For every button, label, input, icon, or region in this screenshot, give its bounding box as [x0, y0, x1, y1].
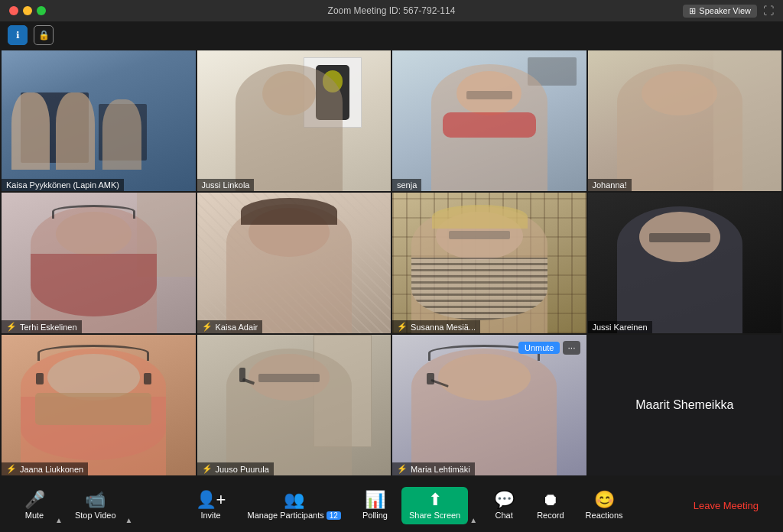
participant-label: ⚡ Susanna Mesiä...	[392, 320, 480, 333]
participant-name: Maria Lehtimäki	[411, 465, 470, 474]
invite-button[interactable]: 👤+ Invite	[188, 487, 234, 524]
participant-name: Jussi Linkola	[202, 180, 250, 190]
participant-cell: Unmute ··· ⚡ Maria Lehtimäki	[392, 335, 586, 475]
share-screen-icon: ⬆	[428, 491, 442, 508]
record-icon: ⏺	[542, 491, 559, 508]
muted-icon: ⚡	[397, 464, 408, 474]
polling-button[interactable]: 📊 Polling	[355, 487, 395, 524]
grid-icon: ⊞	[689, 6, 696, 16]
title-bar: Zoom Meeting ID: 567-792-114 ⊞ Speaker V…	[0, 0, 783, 21]
manage-participants-button[interactable]: 👥 Manage Participants 12	[239, 487, 348, 524]
participant-label: Jussi Linkola	[197, 179, 255, 191]
participant-cell: Kaisa Pyykkönen (Lapin AMK)	[2, 50, 196, 191]
reactions-button[interactable]: 😊 Reactions	[578, 487, 631, 524]
participant-cell: ⚡ Jaana Liukkonen	[2, 335, 196, 475]
toolbar-left-group: 🎤 Mute ▲ 📹 Stop Video ▲	[15, 487, 134, 524]
participant-name: senja	[397, 180, 417, 190]
participant-label: Jussi Kareinen	[588, 321, 652, 333]
participant-label: ⚡ Jaana Liukkonen	[2, 462, 88, 475]
participant-cell: ⚡ Susanna Mesiä...	[392, 193, 586, 333]
more-options-button[interactable]: ···	[563, 341, 580, 355]
participant-label: ⚡ Juuso Puurula	[197, 462, 274, 475]
minimize-button[interactable]	[23, 6, 32, 15]
invite-icon: 👤+	[196, 491, 226, 508]
participant-name-display: Maarit Shemeikka	[635, 398, 733, 412]
info-icon: ℹ	[16, 30, 20, 41]
toolbar-center-group: 👤+ Invite 👥 Manage Participants 12 📊 Pol…	[188, 487, 631, 524]
maximize-button[interactable]	[37, 6, 46, 15]
share-screen-caret[interactable]: ▲	[468, 516, 479, 524]
muted-icon: ⚡	[6, 464, 17, 474]
polling-icon: 📊	[365, 491, 385, 508]
muted-icon: ⚡	[6, 322, 17, 332]
participant-cell: senja	[392, 50, 586, 191]
participant-cell: ⚡ Terhi Eskelinen	[2, 193, 196, 333]
participant-count-badge: 12	[327, 511, 341, 520]
reactions-icon: 😊	[594, 491, 615, 508]
participant-label: Kaisa Pyykkönen (Lapin AMK)	[2, 179, 124, 191]
participant-name: Jaana Liukkonen	[20, 465, 83, 474]
share-screen-button[interactable]: ⬆ Share Screen	[401, 487, 468, 524]
video-icon: 📹	[85, 491, 106, 508]
participant-name: Kaisa Adair	[216, 323, 258, 332]
participant-name: Jussi Kareinen	[593, 323, 648, 332]
record-label: Record	[537, 511, 564, 520]
speaker-view-button[interactable]: ⊞ Speaker View	[683, 5, 757, 18]
close-button[interactable]	[9, 6, 18, 15]
stop-video-group: 📹 Stop Video ▲	[67, 487, 135, 524]
mute-group: 🎤 Mute ▲	[15, 487, 64, 524]
mute-icon: 🎤	[24, 491, 45, 508]
share-screen-group: ⬆ Share Screen ▲	[401, 487, 479, 524]
participant-label: senja	[392, 179, 421, 191]
invite-label: Invite	[200, 511, 220, 520]
participant-cell: ⚡ Kaisa Adair	[197, 193, 392, 333]
share-screen-label: Share Screen	[409, 511, 460, 520]
stop-video-label: Stop Video	[75, 511, 116, 520]
stop-video-caret[interactable]: ▲	[124, 516, 135, 524]
muted-icon: ⚡	[202, 322, 213, 332]
traffic-lights	[9, 6, 46, 15]
muted-icon: ⚡	[397, 322, 408, 332]
participant-name: Juuso Puurula	[216, 465, 269, 474]
lock-icon: 🔒	[38, 30, 50, 41]
info-button[interactable]: ℹ	[8, 25, 28, 45]
mute-caret[interactable]: ▲	[54, 516, 64, 524]
participant-label: Johanna!	[588, 179, 632, 191]
top-bar: ℹ 🔒	[0, 21, 783, 49]
unmute-button[interactable]: Unmute	[518, 342, 560, 354]
fullscreen-icon[interactable]: ⛶	[763, 5, 774, 17]
participant-video	[2, 50, 196, 191]
participant-cell: Jussi Kareinen	[588, 193, 782, 333]
participant-label: ⚡ Terhi Eskelinen	[2, 320, 82, 333]
video-grid: Kaisa Pyykkönen (Lapin AMK) Jussi Linkol…	[0, 49, 783, 477]
muted-icon: ⚡	[202, 464, 213, 474]
participant-name: Terhi Eskelinen	[20, 323, 77, 332]
participant-name: Susanna Mesiä...	[411, 323, 476, 332]
participant-cell: Johanna!	[588, 50, 782, 191]
window-title: Zoom Meeting ID: 567-792-114	[328, 5, 456, 16]
stop-video-button[interactable]: 📹 Stop Video	[67, 487, 124, 524]
participant-label: ⚡ Kaisa Adair	[197, 320, 263, 333]
chat-button[interactable]: 💬 Chat	[485, 487, 523, 524]
leave-meeting-button[interactable]: Leave Meeting	[684, 495, 768, 516]
mute-label: Mute	[25, 511, 44, 520]
participant-name: Johanna!	[593, 180, 627, 190]
unmute-controls: Unmute ···	[518, 341, 580, 355]
record-button[interactable]: ⏺ Record	[529, 487, 571, 524]
chat-icon: 💬	[494, 491, 515, 508]
participant-label: ⚡ Maria Lehtimäki	[392, 462, 475, 475]
polling-label: Polling	[362, 511, 388, 520]
lock-button[interactable]: 🔒	[34, 25, 54, 45]
participant-cell: ⚡ Juuso Puurula	[197, 335, 392, 475]
chat-label: Chat	[495, 511, 513, 520]
participant-name: Kaisa Pyykkönen (Lapin AMK)	[6, 180, 119, 190]
mute-button[interactable]: 🎤 Mute	[15, 487, 54, 524]
participant-cell-name-only: Maarit Shemeikka	[588, 335, 782, 475]
manage-participants-label: Manage Participants 12	[247, 511, 340, 520]
title-bar-right: ⊞ Speaker View ⛶	[683, 5, 774, 18]
participants-icon: 👥	[284, 491, 304, 508]
toolbar: 🎤 Mute ▲ 📹 Stop Video ▲ 👤+ Invite 👥 Mana…	[0, 478, 783, 532]
participant-cell-active: Jussi Linkola	[197, 50, 392, 191]
reactions-label: Reactions	[586, 511, 623, 520]
